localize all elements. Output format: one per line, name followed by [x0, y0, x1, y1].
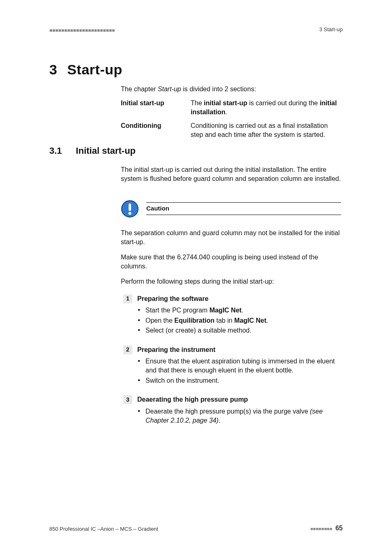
caution-head: Caution: [121, 200, 341, 218]
def-text: is carried out during the: [247, 99, 320, 106]
bullet-item: Open the Equilibration tab in MagIC Net.: [145, 316, 341, 325]
header-ticks: ■■■■■■■■■■■■■■■■■■■■■■: [49, 28, 115, 33]
caution-box: Caution The separation column and guard …: [121, 200, 341, 277]
intro-prefix: The chapter: [121, 86, 158, 92]
section-number: 3.1: [49, 146, 62, 156]
chapter-name: Start-up: [67, 62, 122, 77]
bullet-text: tab in: [214, 317, 234, 324]
step-number: 1: [123, 294, 132, 303]
caution-rule-top: [146, 202, 341, 203]
bullet-item: Start the PC program MagIC Net.: [145, 306, 341, 315]
step-1: 1 Preparing the software Start the PC pr…: [123, 294, 341, 335]
step-bullets: Deaerate the high pressure pump(s) via t…: [123, 407, 341, 426]
def-bold: initial start-up: [204, 99, 247, 106]
def-text: .: [225, 109, 227, 116]
bullet-bold: MagIC Net: [210, 307, 242, 314]
footer-left: 850 Professional IC –Anion – MCS – Gradi…: [49, 526, 158, 532]
intro-suffix: is divided into 2 sections:: [181, 86, 256, 92]
definition-term: Conditioning: [121, 121, 191, 140]
step-2: 2 Preparing the instrument Ensure that t…: [123, 345, 341, 386]
svg-point-2: [129, 212, 131, 215]
definition-desc: Conditioning is carried out as a final i…: [191, 121, 341, 140]
footer-right: ■■■■■■■■ 65: [310, 525, 343, 532]
caution-rule-bottom: [146, 215, 341, 215]
section-intro: The initial start-up is carried out duri…: [121, 165, 341, 184]
step-number: 3: [123, 395, 132, 404]
caution-p1: The separation column and guard column m…: [121, 229, 341, 247]
step-head: 2 Preparing the instrument: [123, 345, 341, 354]
section-title: 3.1Initial start-up: [49, 146, 136, 156]
bullet-item: Deaerate the high pressure pump(s) via t…: [145, 407, 341, 426]
bullet-bold: MagIC Net: [234, 317, 266, 324]
caution-p2: Make sure that the 6.2744.040 coupling i…: [121, 253, 341, 271]
step-3: 3 Deaerating the high pressure pump Deae…: [123, 395, 341, 425]
bullet-text: .: [266, 317, 268, 324]
bullet-item: Ensure that the eluent aspiration tubing…: [145, 357, 341, 375]
def-text: The: [191, 99, 204, 106]
bullet-bold: Equilibration: [174, 317, 214, 324]
page-number: 65: [335, 525, 343, 532]
step-title: Preparing the software: [137, 294, 208, 303]
caution-label-wrap: Caution: [146, 205, 341, 213]
step-number: 2: [123, 345, 132, 354]
step-bullets: Ensure that the eluent aspiration tubing…: [123, 357, 341, 385]
steps-list: 1 Preparing the software Start the PC pr…: [121, 294, 341, 435]
chapter-title: 3Start-up: [49, 62, 122, 78]
definition-row: Initial start-up The initial start-up is…: [121, 99, 341, 117]
header-section-label: 3 Start-up: [319, 26, 343, 32]
bullet-text: Start the PC program: [145, 307, 210, 314]
step-title: Deaerating the high pressure pump: [137, 395, 248, 404]
step-head: 3 Deaerating the high pressure pump: [123, 395, 341, 404]
step-title: Preparing the instrument: [137, 345, 215, 354]
page: ■■■■■■■■■■■■■■■■■■■■■■ 3 Start-up 3Start…: [0, 0, 392, 555]
definition-term: Initial start-up: [121, 99, 191, 117]
caution-label: Caution: [146, 205, 169, 213]
bullet-item: Select (or create) a suitable method.: [145, 326, 341, 335]
footer-ticks: ■■■■■■■■: [310, 526, 332, 531]
caution-body: The separation column and guard column m…: [121, 229, 341, 271]
step-head: 1 Preparing the software: [123, 294, 341, 303]
caution-icon: [121, 200, 139, 218]
definition-list: Initial start-up The initial start-up is…: [121, 97, 341, 140]
chapter-number: 3: [49, 62, 57, 77]
bullet-text: Open the: [145, 317, 174, 324]
intro-italic: Start-up: [158, 86, 181, 92]
definition-row: Conditioning Conditioning is carried out…: [121, 121, 341, 140]
definition-desc: The initial start-up is carried out duri…: [191, 99, 341, 117]
bullet-item: Switch on the instrument.: [145, 376, 341, 385]
page-header: ■■■■■■■■■■■■■■■■■■■■■■ 3 Start-up: [49, 26, 343, 35]
bullet-text: .: [242, 307, 243, 314]
bullet-text: Deaerate the high pressure pump(s) via t…: [145, 408, 310, 415]
intro-paragraph: The chapter Start-up is divided into 2 s…: [121, 85, 341, 94]
bullet-text: .: [219, 417, 220, 424]
svg-rect-1: [129, 204, 131, 211]
step-bullets: Start the PC program MagIC Net. Open the…: [123, 306, 341, 335]
section-name: Initial start-up: [76, 146, 136, 156]
steps-intro: Perform the following steps during the i…: [121, 277, 341, 286]
